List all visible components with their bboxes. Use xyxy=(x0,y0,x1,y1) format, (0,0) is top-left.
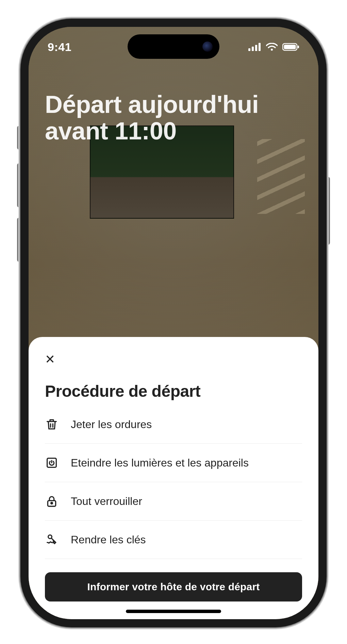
checklist-item-keys[interactable]: Rendre les clés xyxy=(45,521,302,559)
keys-icon xyxy=(45,533,59,546)
trash-icon xyxy=(45,418,59,431)
checklist-item-lock[interactable]: Tout verrouiller xyxy=(45,482,302,521)
device-mockup: 9:41 xyxy=(0,0,347,644)
status-indicators xyxy=(248,43,299,51)
notify-host-button[interactable]: Informer votre hôte de votre départ xyxy=(45,572,302,601)
svg-point-11 xyxy=(48,535,52,539)
checklist-item-label: Rendre les clés xyxy=(71,533,146,546)
checklist-item-trash[interactable]: Jeter les ordures xyxy=(45,418,302,444)
svg-point-4 xyxy=(271,49,273,51)
cellular-icon xyxy=(248,43,261,51)
checkout-sheet: ✕ Procédure de départ Jeter les ordures … xyxy=(29,337,318,619)
svg-rect-3 xyxy=(259,43,261,51)
home-indicator[interactable] xyxy=(126,610,221,613)
lock-icon xyxy=(45,494,59,508)
checklist-item-label: Tout verrouiller xyxy=(71,495,142,508)
hero-heading: Départ aujourd'hui avant 11:00 xyxy=(45,91,302,145)
checklist-item-label: Jeter les ordures xyxy=(71,418,152,431)
close-icon[interactable]: ✕ xyxy=(45,353,55,366)
checkout-checklist: Jeter les ordures Eteindre les lumières … xyxy=(45,418,302,559)
wifi-icon xyxy=(266,43,278,51)
svg-rect-6 xyxy=(284,45,296,49)
sheet-title: Procédure de départ xyxy=(45,382,302,401)
svg-rect-7 xyxy=(298,46,299,48)
svg-rect-2 xyxy=(255,45,257,51)
status-time: 9:41 xyxy=(48,40,71,54)
checklist-item-label: Eteindre les lumières et les appareils xyxy=(71,457,249,469)
checklist-item-power[interactable]: Eteindre les lumières et les appareils xyxy=(45,444,302,482)
phone-frame: 9:41 xyxy=(20,19,327,627)
dynamic-island xyxy=(128,34,219,59)
battery-icon xyxy=(282,43,299,51)
svg-rect-1 xyxy=(252,47,254,51)
svg-rect-0 xyxy=(248,48,250,51)
svg-point-10 xyxy=(51,503,53,504)
power-icon xyxy=(45,456,59,470)
phone-screen: 9:41 xyxy=(29,27,318,619)
